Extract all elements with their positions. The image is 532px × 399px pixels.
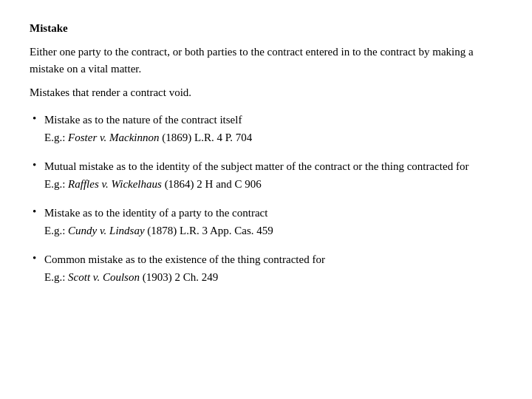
bullet-text: Mistake as to the identity of a party to… <box>44 205 502 222</box>
list-item: •Mistake as to the nature of the contrac… <box>30 112 502 155</box>
case-citation: (1903) 2 Ch. 249 <box>140 271 218 283</box>
case-citation: (1869) L.R. 4 P. 704 <box>160 132 253 143</box>
list-item: •Mistake as to the identity of a party t… <box>30 205 502 248</box>
eg-label: E.g.: <box>44 271 68 283</box>
case-citation: (1878) L.R. 3 App. Cas. 459 <box>145 225 273 236</box>
list-item: •Mutual mistake as to the identity of th… <box>30 158 502 202</box>
section-header: Mistakes that render a contract void. <box>30 84 502 101</box>
page-title: Mistake <box>30 22 502 35</box>
bullet-dot: • <box>30 112 44 125</box>
example-line: E.g.: Foster v. Mackinnon (1869) L.R. 4 … <box>44 129 502 146</box>
bullet-content: Common mistake as to the existence of th… <box>44 251 502 295</box>
case-name: Cundy v. Lindsay <box>68 225 144 236</box>
example-line: E.g.: Scott v. Coulson (1903) 2 Ch. 249 <box>44 269 502 286</box>
case-name: Foster v. Mackinnon <box>68 132 159 143</box>
example-line: E.g.: Cundy v. Lindsay (1878) L.R. 3 App… <box>44 222 502 239</box>
bullet-dot: • <box>30 159 44 171</box>
eg-label: E.g.: <box>44 178 68 190</box>
example-line: E.g.: Raffles v. Wickelhaus (1864) 2 H a… <box>44 176 502 193</box>
list-item: •Common mistake as to the existence of t… <box>30 251 502 295</box>
case-citation: (1864) 2 H and C 906 <box>162 178 262 190</box>
bullet-dot: • <box>30 205 44 218</box>
eg-label: E.g.: <box>44 225 68 236</box>
intro-paragraph: Either one party to the contract, or bot… <box>30 44 502 77</box>
bullet-text: Common mistake as to the existence of th… <box>44 251 502 268</box>
bullet-text: Mutual mistake as to the identity of the… <box>44 158 502 175</box>
bullet-dot: • <box>30 252 44 265</box>
case-name: Scott v. Coulson <box>68 271 140 283</box>
eg-label: E.g.: <box>44 132 68 143</box>
bullet-content: Mistake as to the identity of a party to… <box>44 205 502 248</box>
case-name: Raffles v. Wickelhaus <box>68 178 162 190</box>
bullet-text: Mistake as to the nature of the contract… <box>44 112 502 129</box>
bullet-content: Mutual mistake as to the identity of the… <box>44 158 502 202</box>
bullet-list: •Mistake as to the nature of the contrac… <box>30 112 502 295</box>
bullet-content: Mistake as to the nature of the contract… <box>44 112 502 155</box>
